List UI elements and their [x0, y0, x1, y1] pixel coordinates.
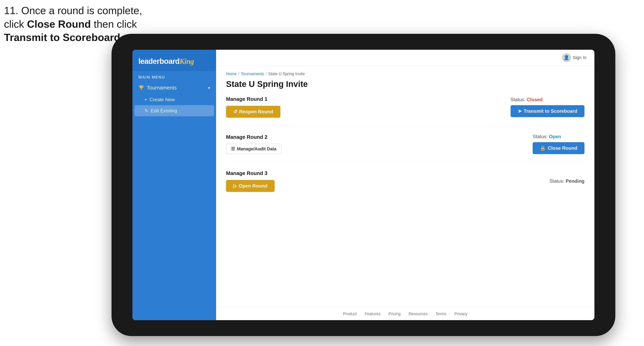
page-title: State U Spring Invite: [226, 79, 584, 89]
round-3-status: Status: Pending: [550, 178, 584, 184]
round-2-status: Status: Open: [533, 134, 584, 139]
instruction-bold1: Close Round: [27, 18, 91, 30]
open-icon: ▷: [233, 183, 237, 189]
instruction-line1: 11. Once a round is complete,: [4, 5, 142, 16]
app-container: leaderboardKing MAIN MENU 🏆 Tournaments …: [132, 50, 594, 320]
round-3-status-value: Pending: [566, 178, 584, 184]
round-2-section: Manage Round 2 ☰ Manage/Audit Data: [226, 134, 584, 162]
logo-text: leaderboardKing: [138, 57, 210, 66]
sidebar: leaderboardKing MAIN MENU 🏆 Tournaments …: [132, 50, 216, 320]
instruction-bold2: Transmit to Scoreboard.: [4, 32, 123, 43]
instruction-line2: click: [4, 18, 27, 30]
round-2-status-label: Status:: [533, 134, 549, 139]
round-1-status: Status: Closed: [510, 97, 584, 102]
logo-king: King: [180, 57, 194, 65]
breadcrumb-current: State U Spring Invite: [268, 72, 305, 76]
round-2-buttons: ☰ Manage/Audit Data: [226, 144, 282, 154]
sign-in-label: Sign In: [573, 55, 587, 60]
close-round-button[interactable]: 🔒 Close Round: [533, 142, 584, 154]
chevron-down-icon: ▾: [208, 86, 210, 90]
footer-terms[interactable]: Terms: [436, 312, 446, 316]
create-new-label: Create New: [150, 97, 175, 102]
lock-icon: 🔒: [540, 145, 546, 151]
round-3-row: Manage Round 3 ▷ Open Round: [226, 170, 584, 192]
round-2-row: Manage Round 2 ☰ Manage/Audit Data: [226, 134, 584, 154]
open-round-button[interactable]: ▷ Open Round: [226, 180, 274, 192]
footer: Product Features Pricing Resources Terms…: [216, 307, 594, 320]
sidebar-sub-edit-existing[interactable]: ✎ Edit Existing: [134, 105, 214, 116]
edit-existing-label: Edit Existing: [151, 108, 177, 114]
close-round-label: Close Round: [548, 145, 577, 151]
reopen-round-button[interactable]: ↺ Reopen Round: [226, 106, 280, 118]
round-3-title: Manage Round 3: [226, 170, 274, 176]
round-3-status-label: Status:: [550, 178, 566, 184]
instruction-line3: then click: [91, 18, 137, 30]
round-1-section: Manage Round 1 ↺ Reopen Round: [226, 96, 584, 126]
avatar: 👤: [562, 53, 571, 62]
round-1-row: Manage Round 1 ↺ Reopen Round: [226, 96, 584, 118]
manage-audit-button[interactable]: ☰ Manage/Audit Data: [226, 144, 282, 154]
manage-audit-label: Manage/Audit Data: [237, 146, 276, 152]
sidebar-logo: leaderboardKing: [132, 50, 216, 71]
menu-label: MAIN MENU: [132, 71, 216, 82]
transmit-scoreboard-label: Transmit to Scoreboard: [524, 108, 577, 114]
round-2-left: Manage Round 2 ☰ Manage/Audit Data: [226, 134, 282, 154]
trophy-icon: 🏆: [138, 85, 144, 91]
tablet-screen: leaderboardKing MAIN MENU 🏆 Tournaments …: [132, 50, 594, 320]
sign-in-button[interactable]: 👤 Sign In: [562, 53, 587, 62]
top-bar: 👤 Sign In: [216, 50, 594, 66]
round-2-title: Manage Round 2: [226, 134, 282, 140]
reopen-round-label: Reopen Round: [239, 109, 273, 115]
round-1-right: Status: Closed ➤ Transmit to Scoreboard: [510, 97, 584, 117]
breadcrumb-home[interactable]: Home: [226, 72, 236, 76]
main-content: 👤 Sign In Home / Tournaments / State U S…: [216, 50, 594, 320]
breadcrumb-tournaments[interactable]: Tournaments: [241, 72, 264, 76]
open-round-label: Open Round: [239, 183, 268, 189]
round-2-status-value: Open: [549, 134, 561, 139]
footer-pricing[interactable]: Pricing: [388, 312, 401, 316]
round-3-left: Manage Round 3 ▷ Open Round: [226, 170, 274, 192]
round-2-right: Status: Open 🔒 Close Round: [533, 134, 584, 154]
tablet-frame: leaderboardKing MAIN MENU 🏆 Tournaments …: [112, 34, 615, 336]
content-area: Home / Tournaments / State U Spring Invi…: [216, 66, 594, 307]
plus-icon: +: [144, 97, 147, 102]
round-3-right: Status: Pending: [550, 178, 584, 184]
round-1-title: Manage Round 1: [226, 96, 280, 102]
edit-icon: ✎: [144, 108, 148, 114]
sidebar-item-tournaments[interactable]: 🏆 Tournaments ▾: [132, 82, 216, 94]
footer-product[interactable]: Product: [343, 312, 357, 316]
sidebar-sub-create-new[interactable]: + Create New: [132, 94, 216, 105]
footer-privacy[interactable]: Privacy: [454, 312, 468, 316]
reopen-icon: ↺: [233, 109, 237, 115]
round-1-status-value: Closed: [527, 97, 543, 102]
round-1-status-label: Status:: [510, 97, 527, 102]
breadcrumb: Home / Tournaments / State U Spring Invi…: [226, 72, 584, 76]
manage-icon: ☰: [231, 146, 235, 152]
transmit-icon: ➤: [518, 108, 522, 114]
round-1-buttons: ↺ Reopen Round: [226, 106, 280, 118]
transmit-scoreboard-button[interactable]: ➤ Transmit to Scoreboard: [510, 105, 584, 117]
footer-resources[interactable]: Resources: [408, 312, 428, 316]
round-1-left: Manage Round 1 ↺ Reopen Round: [226, 96, 280, 118]
round-3-buttons: ▷ Open Round: [226, 180, 274, 192]
round-3-section: Manage Round 3 ▷ Open Round: [226, 170, 584, 200]
logo-leaderboard: leaderboard: [138, 57, 180, 65]
footer-features[interactable]: Features: [365, 312, 380, 316]
tournaments-label: Tournaments: [147, 85, 206, 91]
